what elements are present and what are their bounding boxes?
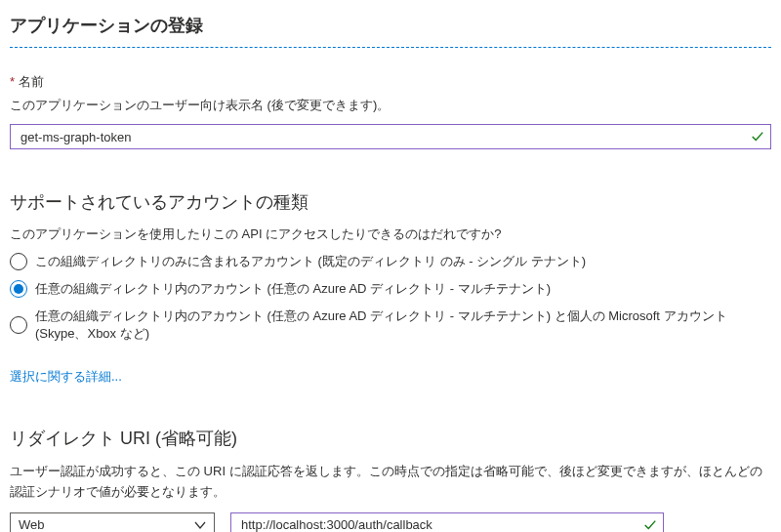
name-label: 名前 (19, 74, 44, 89)
check-icon (751, 130, 764, 143)
check-icon (643, 518, 657, 532)
redirect-uri-title: リダイレクト URI (省略可能) (10, 427, 771, 450)
chevron-down-icon (194, 519, 206, 531)
account-types-title: サポートされているアカウントの種類 (10, 190, 771, 214)
required-star-icon: * (10, 74, 15, 89)
name-input-wrap[interactable] (10, 124, 771, 149)
name-input[interactable] (19, 129, 745, 145)
account-type-option-multi-tenant[interactable]: 任意の組織ディレクトリ内のアカウント (任意の Azure AD ディレクトリ … (10, 280, 771, 298)
account-types-question: このアプリケーションを使用したりこの API にアクセスしたりできるのはだれです… (10, 225, 771, 243)
page-title: アプリケーションの登録 (10, 10, 771, 47)
separator (10, 47, 771, 48)
radio-label: 任意の組織ディレクトリ内のアカウント (任意の Azure AD ディレクトリ … (35, 307, 771, 343)
redirect-platform-select[interactable]: Web (10, 512, 215, 532)
name-description: このアプリケーションのユーザー向け表示名 (後で変更できます)。 (10, 97, 771, 114)
radio-icon (10, 253, 27, 270)
radio-label: この組織ディレクトリのみに含まれるアカウント (既定のディレクトリ のみ - シ… (35, 253, 586, 270)
redirect-platform-value: Web (19, 517, 45, 532)
radio-icon (10, 280, 27, 298)
radio-label: 任意の組織ディレクトリ内のアカウント (任意の Azure AD ディレクトリ … (35, 280, 551, 298)
name-label-row: *名前 (10, 73, 771, 91)
redirect-uri-description: ユーザー認証が成功すると、この URI に認証応答を返します。この時点での指定は… (10, 462, 771, 503)
radio-icon (10, 316, 27, 334)
redirect-uri-row: Web (10, 512, 771, 532)
redirect-uri-input-wrap[interactable] (230, 512, 664, 532)
account-types-help-link[interactable]: 選択に関する詳細... (10, 368, 122, 386)
account-type-option-single-tenant[interactable]: この組織ディレクトリのみに含まれるアカウント (既定のディレクトリ のみ - シ… (10, 253, 771, 270)
redirect-uri-input[interactable] (239, 516, 637, 532)
account-type-option-multi-tenant-personal[interactable]: 任意の組織ディレクトリ内のアカウント (任意の Azure AD ディレクトリ … (10, 307, 771, 343)
